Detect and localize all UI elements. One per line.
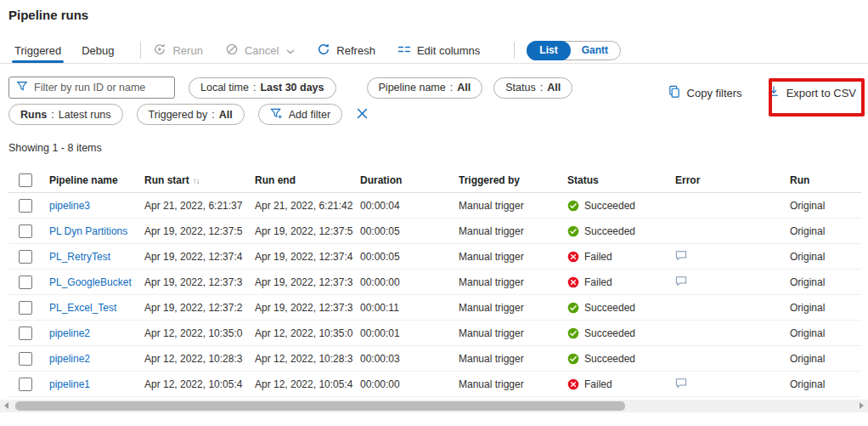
filter-pill-triggered-by[interactable]: Triggered by:All	[137, 104, 245, 125]
run-type-cell: Original	[790, 378, 861, 390]
status-label: Succeeded	[584, 353, 635, 365]
error-cell	[675, 250, 790, 264]
duration-cell: 00:00:00	[360, 378, 459, 390]
export-to-csv-button[interactable]: Export to CSV	[768, 85, 856, 100]
sort-icon[interactable]: ↑↓	[193, 176, 200, 185]
filter-pill-runs[interactable]: Runs:Latest runs	[8, 104, 123, 125]
status-label: Failed	[584, 276, 612, 288]
view-toggle-gantt[interactable]: Gantt	[569, 41, 621, 60]
download-icon	[768, 85, 780, 100]
duration-cell: 00:00:04	[360, 200, 459, 212]
add-filter-funnel-icon	[270, 107, 283, 122]
col-duration[interactable]: Duration	[360, 174, 459, 186]
run-filter-searchbox[interactable]	[8, 77, 175, 99]
row-checkbox[interactable]	[19, 378, 32, 391]
row-checkbox[interactable]	[19, 275, 32, 289]
triggered-by-cell: Manual trigger	[459, 251, 567, 263]
duration-cell: 00:00:11	[360, 302, 459, 314]
table-row: pipeline2 Apr 12, 2022, 10:28:3 Apr 12, …	[8, 346, 861, 372]
tab-debug[interactable]: Debug	[76, 37, 120, 63]
col-run-end[interactable]: Run end	[255, 174, 360, 186]
scroll-right-arrow-icon[interactable]	[860, 402, 864, 409]
copy-filters-button[interactable]: Copy filters	[668, 85, 742, 100]
error-cell	[675, 352, 790, 366]
rerun-button[interactable]: Rerun	[153, 43, 202, 59]
triggered-by-cell: Manual trigger	[459, 200, 567, 212]
col-status[interactable]: Status	[567, 174, 675, 186]
pipeline-name-link[interactable]: pipeline2	[49, 327, 144, 339]
cancel-button[interactable]: Cancel	[225, 43, 295, 59]
run-start-cell: Apr 21, 2022, 6:21:37	[144, 200, 255, 212]
run-end-cell: Apr 19, 2022, 12:37:3	[255, 302, 360, 314]
run-type-cell: Original	[790, 302, 861, 314]
row-checkbox[interactable]	[19, 352, 32, 366]
row-checkbox[interactable]	[19, 199, 32, 213]
clear-filters-button[interactable]	[357, 107, 368, 122]
run-end-cell: Apr 19, 2022, 12:37:3	[255, 276, 360, 288]
run-end-cell: Apr 19, 2022, 12:37:5	[255, 225, 360, 237]
row-checkbox[interactable]	[19, 250, 32, 264]
view-toggle-list[interactable]: List	[527, 41, 570, 60]
refresh-icon	[317, 43, 330, 59]
error-cell	[675, 301, 790, 315]
horizontal-scrollbar[interactable]	[0, 400, 868, 412]
page-title: Pipeline runs	[8, 8, 88, 22]
error-comment-icon[interactable]	[675, 378, 687, 389]
refresh-button[interactable]: Refresh	[317, 43, 375, 59]
row-checkbox-cell	[8, 224, 49, 238]
col-run-start[interactable]: Run start↑↓	[144, 174, 255, 186]
status-label: Succeeded	[584, 327, 635, 339]
run-end-cell: Apr 19, 2022, 12:37:4	[255, 251, 360, 263]
pipeline-name-link[interactable]: PL_Excel_Test	[49, 302, 144, 314]
failed-icon	[567, 378, 579, 390]
run-end-cell: Apr 12, 2022, 10:05:4	[255, 378, 360, 390]
col-run[interactable]: Run	[790, 174, 861, 186]
pipeline-name-link[interactable]: pipeline1	[49, 378, 144, 390]
scrollbar-thumb[interactable]	[15, 401, 625, 411]
filter-pill-local-time[interactable]: Local time:Last 30 days	[189, 77, 336, 99]
pipeline-name-link[interactable]: PL Dyn Partitions	[49, 225, 144, 237]
table-row: PL_RetryTest Apr 19, 2022, 12:37:4 Apr 1…	[8, 244, 861, 270]
error-comment-icon[interactable]	[675, 275, 687, 287]
run-type-cell: Original	[790, 276, 861, 288]
search-input[interactable]	[34, 82, 167, 94]
table-body: pipeline3 Apr 21, 2022, 6:21:37 Apr 21, …	[8, 193, 861, 397]
duration-cell: 00:00:00	[360, 276, 459, 288]
tab-triggered[interactable]: Triggered	[8, 37, 67, 63]
pipeline-runs-table: Pipeline name Run start↑↓ Run end Durati…	[8, 168, 861, 397]
succeeded-icon	[567, 327, 579, 339]
status-cell: Succeeded	[567, 353, 675, 365]
error-cell	[675, 199, 790, 213]
row-checkbox[interactable]	[19, 301, 32, 315]
row-checkbox-cell	[8, 275, 49, 289]
status-label: Succeeded	[584, 200, 635, 212]
failed-icon	[567, 251, 579, 263]
edit-columns-button[interactable]: Edit columns	[397, 43, 480, 59]
row-checkbox[interactable]	[19, 327, 32, 340]
succeeded-icon	[567, 200, 579, 212]
table-row: PL Dyn Partitions Apr 19, 2022, 12:37:5 …	[8, 219, 861, 244]
run-end-cell: Apr 12, 2022, 10:28:3	[255, 353, 360, 365]
row-checkbox-cell	[8, 301, 49, 315]
pipeline-name-link[interactable]: PL_GoogleBucket	[49, 276, 144, 288]
pipeline-name-link[interactable]: PL_RetryTest	[49, 251, 144, 263]
add-filter-button[interactable]: Add filter	[258, 104, 342, 125]
run-start-cell: Apr 19, 2022, 12:37:3	[144, 276, 255, 288]
filter-pill-status[interactable]: Status:All	[493, 77, 572, 99]
status-label: Succeeded	[584, 302, 635, 314]
col-error[interactable]: Error	[675, 174, 790, 186]
filter-pill-pipeline-name[interactable]: Pipeline name:All	[367, 77, 483, 99]
error-comment-icon[interactable]	[675, 250, 687, 261]
close-icon	[357, 107, 368, 122]
scroll-left-arrow-icon[interactable]	[4, 402, 8, 409]
pipeline-name-link[interactable]: pipeline2	[49, 353, 144, 365]
col-triggered-by[interactable]: Triggered by	[459, 174, 567, 186]
col-pipeline-name[interactable]: Pipeline name	[49, 174, 144, 186]
row-checkbox[interactable]	[19, 224, 32, 238]
row-checkbox-cell	[8, 327, 49, 340]
pipeline-name-link[interactable]: pipeline3	[49, 200, 144, 212]
status-label: Succeeded	[584, 225, 635, 237]
run-end-cell: Apr 12, 2022, 10:35:0	[255, 327, 360, 339]
run-type-cell: Original	[790, 251, 861, 263]
select-all-checkbox[interactable]	[19, 173, 32, 187]
